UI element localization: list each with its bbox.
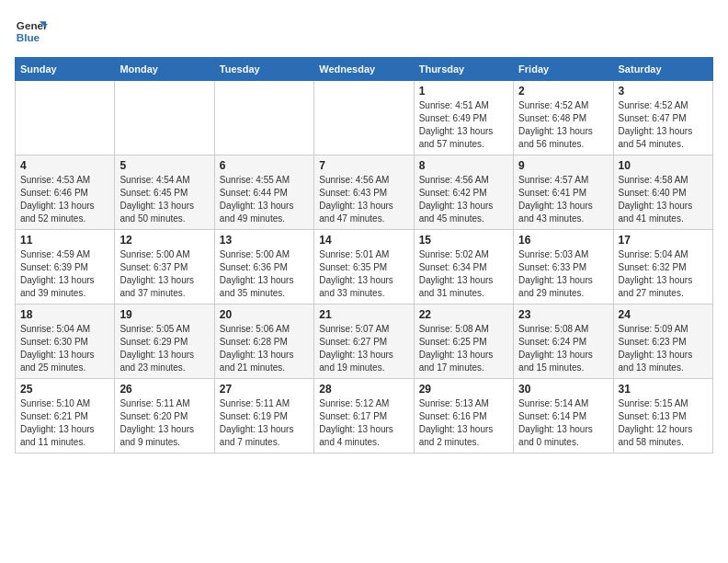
weekday-header-tuesday: Tuesday: [214, 58, 313, 81]
day-info: Sunrise: 5:08 AM Sunset: 6:24 PM Dayligh…: [518, 323, 608, 374]
day-info: Sunrise: 5:03 AM Sunset: 6:33 PM Dayligh…: [518, 248, 608, 300]
calendar-cell: 4Sunrise: 4:53 AM Sunset: 6:46 PM Daylig…: [16, 155, 115, 230]
calendar-cell: [16, 81, 115, 155]
calendar-cell: 24Sunrise: 5:09 AM Sunset: 6:23 PM Dayli…: [613, 304, 712, 379]
day-number: 13: [220, 234, 309, 247]
calendar-cell: 10Sunrise: 4:58 AM Sunset: 6:40 PM Dayli…: [613, 155, 712, 230]
day-number: 14: [319, 234, 408, 247]
day-info: Sunrise: 4:52 AM Sunset: 6:48 PM Dayligh…: [518, 99, 608, 151]
day-number: 1: [419, 85, 508, 98]
day-info: Sunrise: 4:56 AM Sunset: 6:43 PM Dayligh…: [319, 174, 408, 225]
day-info: Sunrise: 5:12 AM Sunset: 6:17 PM Dayligh…: [319, 397, 408, 449]
day-info: Sunrise: 5:01 AM Sunset: 6:35 PM Dayligh…: [319, 248, 408, 300]
calendar-cell: 3Sunrise: 4:52 AM Sunset: 6:47 PM Daylig…: [613, 81, 712, 155]
day-number: 18: [20, 308, 109, 321]
calendar-cell: 21Sunrise: 5:07 AM Sunset: 6:27 PM Dayli…: [314, 304, 414, 379]
day-info: Sunrise: 4:58 AM Sunset: 6:40 PM Dayligh…: [619, 174, 708, 225]
calendar-cell: 6Sunrise: 4:55 AM Sunset: 6:44 PM Daylig…: [214, 155, 313, 230]
day-number: 22: [419, 308, 508, 321]
day-number: 20: [220, 308, 309, 321]
day-number: 29: [419, 383, 508, 396]
day-number: 10: [619, 159, 708, 172]
day-info: Sunrise: 5:04 AM Sunset: 6:30 PM Dayligh…: [20, 323, 109, 374]
calendar-cell: 1Sunrise: 4:51 AM Sunset: 6:49 PM Daylig…: [414, 81, 513, 155]
calendar-cell: 14Sunrise: 5:01 AM Sunset: 6:35 PM Dayli…: [314, 230, 414, 304]
day-info: Sunrise: 5:11 AM Sunset: 6:20 PM Dayligh…: [119, 397, 209, 449]
weekday-header-saturday: Saturday: [613, 58, 712, 81]
calendar-cell: 29Sunrise: 5:13 AM Sunset: 6:16 PM Dayli…: [414, 379, 513, 454]
day-number: 9: [518, 159, 608, 172]
calendar-cell: 8Sunrise: 4:56 AM Sunset: 6:42 PM Daylig…: [414, 155, 513, 230]
calendar-cell: 11Sunrise: 4:59 AM Sunset: 6:39 PM Dayli…: [16, 230, 115, 304]
calendar-cell: 30Sunrise: 5:14 AM Sunset: 6:14 PM Dayli…: [514, 379, 613, 454]
day-info: Sunrise: 5:06 AM Sunset: 6:28 PM Dayligh…: [220, 323, 309, 374]
day-number: 25: [20, 383, 109, 396]
day-info: Sunrise: 4:51 AM Sunset: 6:49 PM Dayligh…: [419, 99, 508, 151]
day-number: 30: [518, 383, 608, 396]
day-info: Sunrise: 5:09 AM Sunset: 6:23 PM Dayligh…: [619, 323, 708, 374]
day-info: Sunrise: 5:10 AM Sunset: 6:21 PM Dayligh…: [20, 397, 109, 449]
day-number: 27: [220, 383, 309, 396]
logo: General Blue: [15, 15, 48, 48]
day-info: Sunrise: 5:00 AM Sunset: 6:36 PM Dayligh…: [220, 248, 309, 300]
calendar-cell: 22Sunrise: 5:08 AM Sunset: 6:25 PM Dayli…: [414, 304, 513, 379]
calendar-cell: 20Sunrise: 5:06 AM Sunset: 6:28 PM Dayli…: [214, 304, 313, 379]
calendar-cell: 16Sunrise: 5:03 AM Sunset: 6:33 PM Dayli…: [514, 230, 613, 304]
calendar-cell: 5Sunrise: 4:54 AM Sunset: 6:45 PM Daylig…: [115, 155, 214, 230]
day-info: Sunrise: 5:02 AM Sunset: 6:34 PM Dayligh…: [419, 248, 508, 300]
day-info: Sunrise: 5:15 AM Sunset: 6:13 PM Dayligh…: [619, 397, 708, 449]
day-number: 7: [319, 159, 408, 172]
calendar-cell: [115, 81, 214, 155]
logo-icon: General Blue: [15, 15, 48, 48]
calendar-cell: 27Sunrise: 5:11 AM Sunset: 6:19 PM Dayli…: [214, 379, 313, 454]
svg-text:General: General: [17, 19, 48, 31]
weekday-header-friday: Friday: [514, 58, 613, 81]
calendar-cell: [314, 81, 414, 155]
calendar-cell: 2Sunrise: 4:52 AM Sunset: 6:48 PM Daylig…: [514, 81, 613, 155]
calendar-cell: 15Sunrise: 5:02 AM Sunset: 6:34 PM Dayli…: [414, 230, 513, 304]
day-info: Sunrise: 5:13 AM Sunset: 6:16 PM Dayligh…: [419, 397, 508, 449]
calendar-cell: 9Sunrise: 4:57 AM Sunset: 6:41 PM Daylig…: [514, 155, 613, 230]
day-info: Sunrise: 4:57 AM Sunset: 6:41 PM Dayligh…: [518, 174, 608, 225]
calendar-cell: 17Sunrise: 5:04 AM Sunset: 6:32 PM Dayli…: [613, 230, 712, 304]
day-number: 24: [619, 308, 708, 321]
day-info: Sunrise: 5:04 AM Sunset: 6:32 PM Dayligh…: [619, 248, 708, 300]
calendar-cell: 7Sunrise: 4:56 AM Sunset: 6:43 PM Daylig…: [314, 155, 414, 230]
weekday-header-wednesday: Wednesday: [314, 58, 414, 81]
day-number: 21: [319, 308, 408, 321]
day-number: 11: [20, 234, 109, 247]
day-info: Sunrise: 5:07 AM Sunset: 6:27 PM Dayligh…: [319, 323, 408, 374]
calendar-table: SundayMondayTuesdayWednesdayThursdayFrid…: [15, 57, 713, 454]
calendar-cell: 18Sunrise: 5:04 AM Sunset: 6:30 PM Dayli…: [16, 304, 115, 379]
day-number: 6: [220, 159, 309, 172]
day-number: 31: [619, 383, 708, 396]
calendar-cell: 12Sunrise: 5:00 AM Sunset: 6:37 PM Dayli…: [115, 230, 214, 304]
calendar-cell: 23Sunrise: 5:08 AM Sunset: 6:24 PM Dayli…: [514, 304, 613, 379]
day-number: 4: [20, 159, 109, 172]
weekday-header-sunday: Sunday: [16, 58, 115, 81]
day-number: 8: [419, 159, 508, 172]
day-info: Sunrise: 5:05 AM Sunset: 6:29 PM Dayligh…: [119, 323, 209, 374]
calendar-cell: 19Sunrise: 5:05 AM Sunset: 6:29 PM Dayli…: [115, 304, 214, 379]
day-info: Sunrise: 5:11 AM Sunset: 6:19 PM Dayligh…: [220, 397, 309, 449]
day-number: 26: [119, 383, 209, 396]
day-number: 19: [119, 308, 209, 321]
calendar-cell: 25Sunrise: 5:10 AM Sunset: 6:21 PM Dayli…: [16, 379, 115, 454]
day-info: Sunrise: 4:52 AM Sunset: 6:47 PM Dayligh…: [619, 99, 708, 151]
day-info: Sunrise: 5:14 AM Sunset: 6:14 PM Dayligh…: [518, 397, 608, 449]
day-info: Sunrise: 4:59 AM Sunset: 6:39 PM Dayligh…: [20, 248, 109, 300]
weekday-header-thursday: Thursday: [414, 58, 513, 81]
day-number: 23: [518, 308, 608, 321]
day-info: Sunrise: 4:53 AM Sunset: 6:46 PM Dayligh…: [20, 174, 109, 225]
weekday-header-monday: Monday: [115, 58, 214, 81]
day-number: 2: [518, 85, 608, 98]
day-info: Sunrise: 5:08 AM Sunset: 6:25 PM Dayligh…: [419, 323, 508, 374]
day-info: Sunrise: 4:56 AM Sunset: 6:42 PM Dayligh…: [419, 174, 508, 225]
page-header: General Blue: [15, 15, 713, 48]
day-info: Sunrise: 5:00 AM Sunset: 6:37 PM Dayligh…: [119, 248, 209, 300]
calendar-cell: 28Sunrise: 5:12 AM Sunset: 6:17 PM Dayli…: [314, 379, 414, 454]
day-number: 28: [319, 383, 408, 396]
day-number: 17: [619, 234, 708, 247]
calendar-cell: 26Sunrise: 5:11 AM Sunset: 6:20 PM Dayli…: [115, 379, 214, 454]
calendar-cell: 13Sunrise: 5:00 AM Sunset: 6:36 PM Dayli…: [214, 230, 313, 304]
